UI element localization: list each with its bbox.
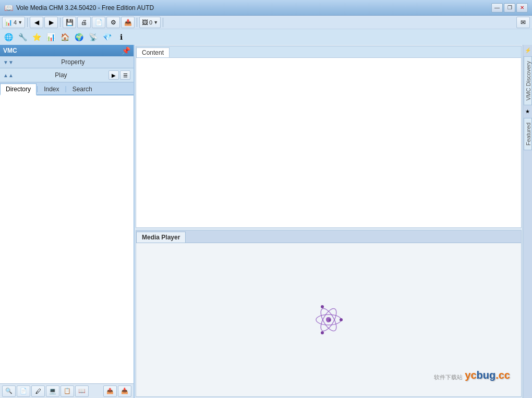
title-bar-controls: — ❐ ✕ <box>491 3 528 13</box>
zero-value: 0 <box>149 19 152 26</box>
sidebar-featured-icon[interactable]: ★ <box>524 107 532 116</box>
tab-search[interactable]: Search <box>67 83 98 94</box>
back-icon: ◀ <box>34 19 39 26</box>
bottom-search-btn[interactable]: 🔍 <box>2 385 16 397</box>
export-button[interactable]: 📤 <box>121 17 135 28</box>
restore-button[interactable]: ❐ <box>504 3 515 13</box>
bottom-doc2-btn[interactable]: 📋 <box>61 385 74 397</box>
diamond-icon-btn[interactable]: 💎 <box>101 31 113 43</box>
zero-dropdown-arrow: ▼ <box>153 20 158 25</box>
bottom-doc-btn[interactable]: 📄 <box>17 385 30 397</box>
bottom-import-icon: 📥 <box>121 388 128 394</box>
star-icon-btn[interactable]: ⭐ <box>30 31 43 43</box>
minimize-button[interactable]: — <box>491 3 503 13</box>
dropdown-arrow: ▼ <box>18 20 22 25</box>
number-icon: 📊 <box>5 19 13 26</box>
globe-icon-btn[interactable]: 🌐 <box>2 31 15 43</box>
toolbar-sep2 <box>60 18 61 27</box>
content-area: Content <box>136 46 522 228</box>
property-collapse-icon: ▼▼ <box>3 59 14 65</box>
svg-point-7 <box>340 318 343 321</box>
close-button[interactable]: ✕ <box>516 3 528 13</box>
bottom-export-btn[interactable]: 📤 <box>103 385 117 397</box>
tab-index[interactable]: Index <box>38 83 65 94</box>
wrench-icon-btn[interactable]: 🔧 <box>16 31 29 43</box>
watermark-software-text: 软件下载站 <box>434 373 463 381</box>
settings-icon: ⚙ <box>111 19 116 26</box>
zero-dropdown-button[interactable]: 🖼 0 ▼ <box>139 17 161 28</box>
info-icon-btn[interactable]: ℹ <box>115 31 127 43</box>
world-icon: 🌍 <box>75 33 83 41</box>
property-header[interactable]: ▼▼ Property <box>0 56 134 68</box>
play-section: ▲▲ Play ▶ ☰ <box>0 68 134 82</box>
home-icon-btn[interactable]: 🏠 <box>58 31 71 43</box>
content-tab-bar: Content <box>136 46 521 58</box>
svg-point-9 <box>321 331 324 334</box>
email-button[interactable]: ✉ <box>516 17 530 28</box>
bottom-doc-icon: 📄 <box>20 388 27 394</box>
rss-icon-btn[interactable]: 📡 <box>87 31 99 43</box>
watermark: 软件下载站 ycbug.cc <box>434 369 510 381</box>
atom-icon <box>313 304 344 335</box>
featured-tab[interactable]: Featured <box>524 118 532 150</box>
print2-button[interactable]: 📄 <box>92 17 105 28</box>
vmc-title: VMC <box>3 47 17 54</box>
property-section: ▼▼ Property <box>0 56 134 68</box>
sidebar-top-icon[interactable]: ⚡ <box>524 46 532 54</box>
vmc-discovery-tab[interactable]: VMC Discovery <box>524 56 532 105</box>
bottom-search-icon: 🔍 <box>5 388 13 394</box>
toolbar-icons-row: 🌐 🔧 ⭐ 📊 🏠 🌍 📡 💎 ℹ <box>0 29 532 45</box>
forward-icon: ▶ <box>49 19 54 26</box>
title-bar: 📖 Vole Media CHM 3.24.50420 - Free Editi… <box>0 0 532 16</box>
play-collapse-icon: ▲▲ <box>3 73 14 78</box>
play-label: Play <box>16 71 106 79</box>
wrench-icon: 🔧 <box>18 33 27 41</box>
watermark-logo: ycbug.cc <box>465 369 510 381</box>
bottom-edit-icon: 🖊 <box>35 388 41 394</box>
print-button[interactable]: 🖨 <box>77 17 91 28</box>
toolbar-sep3 <box>137 18 137 27</box>
svg-point-3 <box>327 320 329 322</box>
email-icon: ✉ <box>521 19 526 26</box>
star-icon: ⭐ <box>32 33 41 41</box>
list-button[interactable]: ☰ <box>120 70 130 80</box>
chart-icon-btn[interactable]: 📊 <box>44 31 57 43</box>
bottom-vmc-icon: 💻 <box>49 388 56 394</box>
play-header[interactable]: ▲▲ Play ▶ ☰ <box>0 68 134 82</box>
property-label: Property <box>16 58 130 66</box>
pin-icon[interactable]: 📌 <box>122 46 130 55</box>
right-panel: Content Media Player <box>135 45 523 398</box>
bottom-vmc-btn[interactable]: 💻 <box>46 385 59 397</box>
save-button[interactable]: 💾 <box>63 17 76 28</box>
chart-icon: 📊 <box>46 33 55 41</box>
main-layout: VMC 📌 ▼▼ Property ▲▲ Play ▶ ☰ Directory <box>0 45 532 398</box>
bottom-import-btn[interactable]: 📥 <box>118 385 131 397</box>
content-tab[interactable]: Content <box>136 47 170 57</box>
toolbar-sep4 <box>163 18 163 27</box>
media-tab-bar: Media Player <box>136 231 521 243</box>
toolbar-row1: 📊 4 ▼ ◀ ▶ 💾 🖨 📄 ⚙ 📤 🖼 0 ▼ ✉ <box>0 16 532 29</box>
home-icon: 🏠 <box>61 33 69 41</box>
number-dropdown-button[interactable]: 📊 4 ▼ <box>2 17 25 28</box>
print-icon: 🖨 <box>81 19 87 26</box>
play-controls: ▶ ☰ <box>108 70 130 80</box>
tab-directory[interactable]: Directory <box>0 83 37 95</box>
title-bar-left: 📖 Vole Media CHM 3.24.50420 - Free Editi… <box>4 4 154 12</box>
bottom-toolbar: 🔍 📄 🖊 💻 📋 📖 📤 📥 <box>0 383 134 398</box>
print2-icon: 📄 <box>95 19 103 26</box>
bottom-edit-btn[interactable]: 🖊 <box>31 385 45 397</box>
world-icon-btn[interactable]: 🌍 <box>72 31 85 43</box>
media-player-tab[interactable]: Media Player <box>136 232 186 243</box>
left-panel: VMC 📌 ▼▼ Property ▲▲ Play ▶ ☰ Directory <box>0 45 135 398</box>
info-icon: ℹ <box>120 33 123 41</box>
forward-button[interactable]: ▶ <box>44 17 58 28</box>
settings-button[interactable]: ⚙ <box>106 17 120 28</box>
globe-icon: 🌐 <box>4 33 13 41</box>
play-button[interactable]: ▶ <box>108 70 119 80</box>
svg-point-1 <box>327 318 329 320</box>
tab-bar: Directory | Index | Search <box>0 82 134 95</box>
save-icon: 💾 <box>66 19 74 26</box>
bottom-chm-btn[interactable]: 📖 <box>75 385 89 397</box>
back-button[interactable]: ◀ <box>30 17 43 28</box>
zero-icon: 🖼 <box>142 19 148 26</box>
